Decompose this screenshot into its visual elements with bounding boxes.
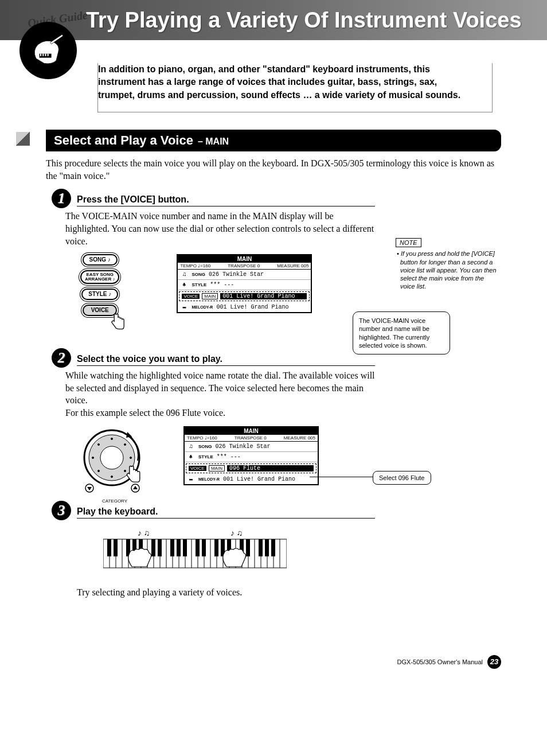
style-icon: ♣ — [180, 282, 188, 288]
callout-1: The VOICE-MAIN voice number and name wil… — [353, 311, 450, 354]
svg-point-14 — [92, 457, 94, 458]
lcd-measure: MEASURE 005 — [277, 263, 308, 268]
lcd-tempo: TEMPO ♩=160 — [180, 263, 210, 268]
lcd-header: MAIN — [178, 255, 311, 263]
svg-point-10 — [130, 457, 132, 458]
lcd-voice-main-value-2: 096 Flute — [227, 465, 314, 471]
step-2-body: While watching the highlighted voice nam… — [65, 369, 375, 419]
piano-guitar-icon — [19, 22, 77, 79]
step-1-title: Press the [VOICE] button. — [77, 194, 375, 206]
dial-control[interactable]: CATEGORY — [80, 426, 149, 495]
lcd-melody-value-2: 001 Live! Grand Piano — [223, 476, 295, 482]
lcd-header-2: MAIN — [185, 427, 318, 435]
svg-rect-3 — [45, 54, 46, 56]
step-number-3: 3 — [52, 501, 71, 520]
svg-point-8 — [111, 438, 113, 439]
piano-icon: ▬ — [180, 304, 188, 310]
svg-point-15 — [98, 443, 100, 445]
svg-rect-59 — [170, 539, 174, 556]
svg-rect-1 — [40, 54, 41, 56]
note-body: • If you press and hold the [VOICE] butt… — [396, 250, 499, 290]
style-button[interactable]: STYLE ♪ — [81, 289, 118, 300]
section-subheading: – MAIN — [198, 137, 229, 147]
svg-rect-61 — [183, 539, 187, 556]
header-banner: Quick Guide Try Playing a Variety Of Ins… — [0, 0, 547, 40]
svg-rect-62 — [196, 539, 200, 556]
step-2-body-p1: While watching the highlighted voice nam… — [65, 371, 375, 405]
style-icon: ♣ — [187, 454, 195, 460]
lcd-tempo-2: TEMPO ♩=160 — [187, 435, 217, 441]
intro-box: In addition to piano, organ, and other "… — [97, 63, 493, 112]
svg-point-7 — [100, 446, 123, 469]
piano-icon: ▬ — [187, 476, 195, 482]
lcd-song-value: 026 Twinkle Star — [209, 271, 264, 278]
lcd-measure-2: MEASURE 005 — [284, 435, 315, 441]
easy-song-arranger-button[interactable]: EASY SONG ARRANGER ♪ — [80, 270, 119, 284]
svg-marker-20 — [133, 486, 138, 489]
svg-rect-60 — [177, 539, 181, 556]
page-footer: DGX-505/305 Owner's Manual 23 — [0, 655, 501, 669]
lcd-style-value: *** --- — [210, 282, 234, 288]
svg-rect-64 — [214, 539, 218, 556]
lcd-style-label: STYLE — [192, 282, 206, 287]
lcd-style-value-2: *** --- — [217, 454, 241, 460]
lcd-voice-side-label: VOICE — [182, 294, 200, 299]
page-number: 23 — [487, 655, 501, 669]
lcd-song-label: SONG — [192, 272, 205, 277]
svg-text:♪ ♫: ♪ ♫ — [138, 529, 150, 537]
svg-rect-58 — [158, 539, 162, 556]
svg-text:♪ ♫: ♪ ♫ — [230, 529, 243, 537]
svg-rect-4 — [48, 54, 49, 56]
svg-point-13 — [98, 470, 100, 471]
lcd-voice-tab: MAIN — [202, 293, 218, 299]
callout-2: Select 096 Flute — [373, 471, 431, 485]
lcd-display-1: MAIN TEMPO ♩=160 TRANSPOSE 0 MEASURE 005… — [177, 254, 312, 313]
svg-point-9 — [124, 443, 126, 445]
hand-pointer-icon — [108, 311, 128, 333]
lcd-song-label-2: SONG — [198, 444, 212, 449]
note-box: NOTE • If you press and hold the [VOICE]… — [396, 238, 499, 291]
svg-rect-71 — [271, 539, 275, 556]
step-number-2: 2 — [52, 348, 71, 368]
lcd-transpose-2: TRANSPOSE 0 — [235, 435, 267, 441]
step-number-1: 1 — [52, 189, 71, 208]
section-header: Select and Play a Voice – MAIN — [46, 130, 501, 151]
lcd-voice-main-value: 001 Live! Grand Piano — [220, 293, 307, 299]
intro-text: In addition to piano, organ, and other "… — [98, 63, 492, 102]
control-buttons: SONG ♪ EASY SONG ARRANGER ♪ STYLE ♪ VOIC… — [80, 254, 119, 342]
svg-rect-57 — [151, 539, 155, 556]
step-3-title: Play the keyboard. — [77, 506, 375, 519]
lcd-transpose: TRANSPOSE 0 — [228, 263, 260, 268]
quick-guide-badge: Quick Guide — [10, 6, 79, 75]
svg-rect-70 — [265, 539, 269, 556]
footer-manual: DGX-505/305 Owner's Manual — [397, 658, 483, 665]
page-title: Try Playing a Variety Of Instrument Voic… — [86, 8, 522, 33]
step-3-body: Try selecting and playing a variety of v… — [77, 587, 501, 598]
lcd-voice-side-label-2: VOICE — [189, 466, 206, 471]
keyboard-illustration: ♪ ♫ ♪ ♫ — [103, 529, 501, 577]
svg-rect-2 — [42, 54, 44, 56]
lcd-melody-value: 001 Live! Grand Piano — [216, 304, 288, 310]
lcd-style-label-2: STYLE — [198, 454, 213, 459]
step-2: 2 Select the voice you want to play. Whi… — [57, 354, 501, 494]
music-note-icon: ♫ — [180, 271, 188, 278]
lcd-melody-label-2: MELODY-R — [198, 477, 220, 481]
section-heading: Select and Play a Voice — [54, 133, 193, 148]
dial-category-label: CATEGORY — [80, 498, 149, 504]
svg-rect-69 — [259, 539, 263, 556]
svg-rect-53 — [114, 539, 118, 556]
step-1-body: The VOICE-MAIN voice number and name in … — [65, 210, 375, 247]
step-2-body-p2: For this example select the 096 Flute vo… — [65, 408, 225, 418]
lcd-display-2: MAIN TEMPO ♩=160 TRANSPOSE 0 MEASURE 005… — [183, 426, 319, 485]
svg-rect-63 — [202, 539, 206, 556]
step-3: 3 Play the keyboard. ♪ ♫ ♪ ♫ Try selecti… — [57, 506, 501, 598]
svg-marker-18 — [87, 487, 92, 490]
svg-rect-68 — [246, 539, 250, 556]
lcd-song-value-2: 026 Twinkle Star — [216, 443, 271, 450]
svg-point-12 — [111, 476, 113, 477]
song-button[interactable]: SONG ♪ — [83, 254, 118, 266]
music-note-icon: ♫ — [187, 443, 195, 450]
svg-point-11 — [124, 470, 126, 471]
note-label: NOTE — [396, 238, 421, 247]
svg-rect-52 — [107, 539, 111, 556]
